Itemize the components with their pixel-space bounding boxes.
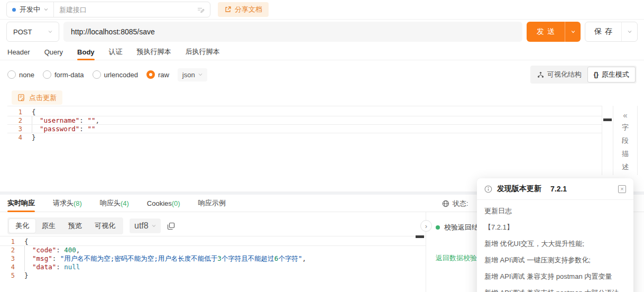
topbar: 开发中 分享文档	[0, 0, 644, 20]
api-status-select[interactable]: 开发中	[7, 2, 54, 17]
radio-circle	[93, 70, 101, 79]
method-label: POST	[13, 28, 32, 36]
scrollbar-thumb[interactable]	[416, 235, 424, 238]
send-dropdown[interactable]	[565, 22, 581, 42]
radio-urlencoded-label: urlencoded	[104, 71, 138, 79]
body-mode-switch: 可视化结构 {} 原生模式	[530, 66, 637, 84]
chevron-down-icon	[152, 224, 156, 228]
tab-response-headers[interactable]: 响应头(4)	[100, 195, 129, 212]
field-desc-char: 字	[622, 121, 629, 134]
tab-query[interactable]: Query	[44, 44, 63, 60]
chevron-down-icon	[628, 30, 632, 34]
url-input[interactable]	[63, 22, 522, 42]
click-update-button[interactable]: 点击更新	[12, 90, 62, 105]
tab-count: (4)	[121, 199, 129, 207]
tab-auth[interactable]: 认证	[109, 44, 123, 60]
radio-circle-checked	[146, 70, 155, 79]
copy-button[interactable]	[167, 222, 175, 230]
indent-guide	[24, 246, 25, 254]
radio-raw[interactable]: raw	[146, 70, 169, 79]
validate-result-row: 校验返回结	[436, 223, 479, 232]
chevron-down-icon	[48, 30, 52, 34]
collapse-panel-icon[interactable]: «	[623, 110, 627, 121]
tab-request-headers[interactable]: 请求头(8)	[53, 195, 82, 212]
validate-result-label: 校验返回结	[444, 223, 479, 232]
line-number: 3	[7, 125, 32, 133]
globe-icon	[442, 200, 449, 207]
field-desc-char: 段	[622, 134, 629, 147]
api-tool-window: 开发中 分享文档 POST 发送	[0, 0, 644, 292]
info-icon	[484, 185, 492, 193]
scrollbar-thumb[interactable]	[603, 118, 612, 121]
copy-icon	[167, 222, 175, 230]
indent-guide	[32, 125, 32, 133]
radio-urlencoded[interactable]: urlencoded	[93, 70, 138, 79]
indent-guide	[24, 263, 25, 271]
share-doc-label: 分享文档	[235, 5, 262, 14]
raw-format-label: json	[182, 71, 195, 79]
code-line[interactable]: 1{	[7, 108, 602, 116]
radio-circle	[7, 70, 16, 79]
viewer-preview[interactable]: 预览	[62, 219, 88, 233]
code-line[interactable]: 3 "password": ""	[7, 125, 602, 133]
viewer-mode-switch: 美化 原生 预览 可视化	[7, 217, 123, 234]
radio-form-data[interactable]: form-data	[43, 70, 84, 79]
field-desc-char: 描	[622, 147, 629, 160]
raw-mode-button[interactable]: {} 原生模式	[587, 67, 636, 83]
doc-edit-icon	[17, 94, 25, 102]
code-line[interactable]: 1{	[0, 238, 426, 246]
radio-circle	[43, 70, 51, 79]
return-data-validate-link[interactable]: 返回数据校验	[436, 253, 477, 263]
popup-header: 发现版本更新 7.2.1 ×	[477, 178, 633, 200]
line-number: 2	[0, 246, 24, 254]
tab-response-example[interactable]: 响应示例	[198, 195, 226, 212]
api-name-input[interactable]	[59, 6, 194, 14]
changelog-line: 新增 API调试 兼容支持 postman 内置变量	[484, 272, 626, 281]
tab-realtime-response[interactable]: 实时响应	[7, 195, 35, 212]
version-update-popup: 发现版本更新 7.2.1 × 更新日志 【7.2.1】 新增 优化UI交互，大大…	[477, 178, 633, 292]
save-button[interactable]: 保存	[585, 22, 638, 42]
viewer-beautify[interactable]: 美化	[9, 219, 35, 233]
radio-none-label: none	[19, 71, 34, 79]
edit-icon[interactable]	[197, 6, 205, 14]
share-doc-button[interactable]: 分享文档	[218, 2, 269, 17]
save-label: 保存	[585, 22, 621, 41]
radio-none[interactable]: none	[7, 70, 34, 79]
raw-format-select[interactable]: json	[178, 68, 207, 81]
viewer-visual[interactable]: 可视化	[88, 219, 122, 233]
code-line[interactable]: 2 "username": "",	[7, 116, 602, 125]
request-body-editor[interactable]: 1{2 "username": "",3 "password": ""4}	[7, 106, 602, 142]
chevron-down-icon	[571, 30, 575, 34]
popup-title: 发现版本更新	[497, 184, 541, 194]
response-pane: 美化 原生 预览 可视化 utf8 1{2 "code": 400,3 "msg…	[0, 212, 426, 292]
code-line[interactable]: 3 "msg": "用户名不能为空;密码不能为空;用户名长度不能低于3个字符且不…	[0, 254, 426, 263]
line-number: 3	[0, 254, 24, 263]
visual-structure-button[interactable]: 可视化结构	[531, 67, 587, 82]
close-icon[interactable]: ×	[618, 185, 626, 193]
code-line[interactable]: 2 "code": 400,	[0, 246, 426, 254]
changelog-line: 新增 优化UI交互，大大提升性能;	[484, 239, 626, 249]
code-line[interactable]: 4}	[7, 133, 602, 142]
popup-version: 7.2.1	[550, 185, 567, 193]
tab-post-script[interactable]: 后执行脚本	[186, 44, 220, 60]
code-line[interactable]: 4 "data": null	[0, 263, 426, 271]
send-button[interactable]: 发送	[527, 22, 581, 42]
collapse-pane-button[interactable]: ›	[420, 220, 432, 232]
tab-cookies[interactable]: Cookies(0)	[147, 195, 180, 212]
request-tabs: Header Query Body 认证 预执行脚本 后执行脚本	[0, 44, 644, 60]
encoding-select[interactable]: utf8	[130, 218, 161, 233]
response-body-editor[interactable]: 1{2 "code": 400,3 "msg": "用户名不能为空;密码不能为空…	[0, 236, 426, 280]
status-row: 状态:	[442, 199, 468, 208]
response-viewer-toolbar: 美化 原生 预览 可视化 utf8	[7, 217, 175, 234]
tab-header[interactable]: Header	[7, 44, 30, 60]
encoding-label: utf8	[134, 221, 149, 231]
viewer-raw[interactable]: 原生	[35, 219, 62, 233]
chevron-down-icon	[198, 72, 203, 77]
code-line[interactable]: 5}	[0, 271, 426, 280]
save-dropdown[interactable]	[621, 22, 637, 41]
tab-pre-script[interactable]: 预执行脚本	[137, 44, 171, 60]
tab-label: 请求头	[53, 198, 73, 208]
tab-body[interactable]: Body	[77, 44, 95, 60]
line-number: 4	[0, 263, 24, 271]
method-select[interactable]: POST	[6, 22, 59, 42]
